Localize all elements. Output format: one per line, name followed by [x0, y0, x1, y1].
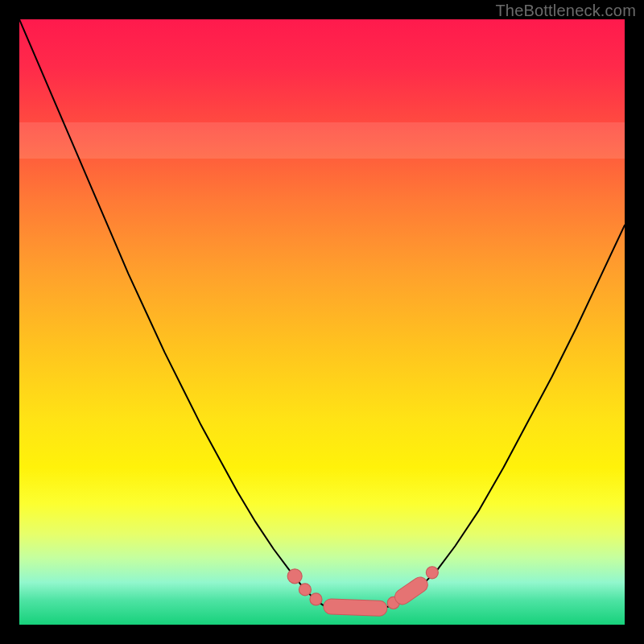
chart-curve	[19, 19, 625, 609]
chart-marker-capsule	[331, 606, 379, 608]
chart-marker-dot	[287, 569, 302, 584]
chart-marker-dot	[299, 584, 311, 596]
chart-marker-dot	[310, 593, 322, 605]
chart-svg-layer	[19, 19, 625, 625]
watermark-text: TheBottleneck.com	[495, 2, 636, 20]
chart-markers-group	[287, 567, 438, 609]
chart-plot-area	[19, 19, 625, 625]
chart-marker-dot	[426, 567, 438, 579]
stage: TheBottleneck.com	[0, 0, 644, 644]
chart-marker-capsule	[402, 584, 420, 597]
